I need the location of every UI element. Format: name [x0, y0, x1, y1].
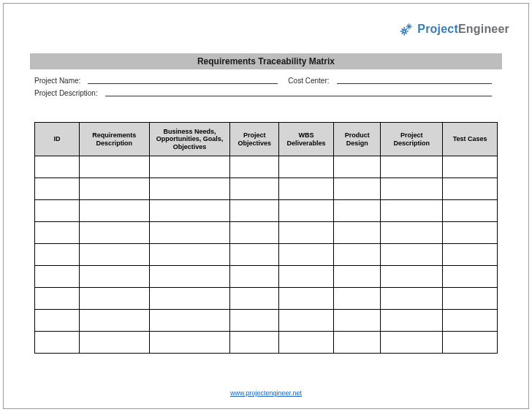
table-cell[interactable] [279, 266, 334, 288]
table-cell[interactable] [79, 266, 149, 288]
table-cell[interactable] [443, 266, 498, 288]
table-cell[interactable] [333, 200, 381, 222]
table-cell[interactable] [79, 200, 149, 222]
table-cell[interactable] [381, 222, 443, 244]
table-cell[interactable] [279, 178, 334, 200]
traceability-matrix-table: ID Requirements Description Business Nee… [34, 122, 498, 354]
meta-section: Project Name: Cost Center: Project Descr… [34, 77, 498, 102]
table-cell[interactable] [443, 156, 498, 178]
table-cell[interactable] [230, 178, 279, 200]
table-cell[interactable] [381, 288, 443, 310]
table-cell[interactable] [279, 222, 334, 244]
table-cell[interactable] [443, 310, 498, 332]
table-cell[interactable] [333, 156, 381, 178]
table-cell[interactable] [35, 244, 80, 266]
table-cell[interactable] [443, 244, 498, 266]
footer: www.projectengineer.net [4, 389, 528, 397]
col-header-wbs-deliverables: WBS Deliverables [279, 123, 334, 156]
table-cell[interactable] [333, 222, 381, 244]
table-cell[interactable] [79, 178, 149, 200]
table-cell[interactable] [381, 266, 443, 288]
footer-link[interactable]: www.projectengineer.net [230, 389, 302, 397]
table-cell[interactable] [230, 156, 279, 178]
table-cell[interactable] [79, 222, 149, 244]
table-cell[interactable] [279, 156, 334, 178]
table-cell[interactable] [333, 332, 381, 354]
table-cell[interactable] [230, 266, 279, 288]
table-cell[interactable] [79, 156, 149, 178]
table-cell[interactable] [35, 178, 80, 200]
table-row [35, 288, 498, 310]
col-header-business-needs: Business Needs, Opportunities, Goals, Ob… [149, 123, 229, 156]
table-cell[interactable] [79, 310, 149, 332]
project-description-label: Project Description: [34, 89, 98, 97]
table-cell[interactable] [230, 200, 279, 222]
table-cell[interactable] [149, 266, 229, 288]
project-name-field[interactable] [88, 77, 278, 84]
table-cell[interactable] [149, 310, 229, 332]
table-cell[interactable] [279, 200, 334, 222]
table-cell[interactable] [230, 222, 279, 244]
table-cell[interactable] [333, 288, 381, 310]
table-cell[interactable] [149, 156, 229, 178]
table-row [35, 266, 498, 288]
table-row [35, 332, 498, 354]
table-cell[interactable] [149, 244, 229, 266]
table-header: ID Requirements Description Business Nee… [35, 123, 498, 156]
table-cell[interactable] [149, 178, 229, 200]
cost-center-field[interactable] [337, 77, 493, 84]
table-cell[interactable] [381, 156, 443, 178]
meta-row-2: Project Description: [34, 89, 498, 97]
table-cell[interactable] [35, 222, 80, 244]
table-cell[interactable] [35, 200, 80, 222]
table-cell[interactable] [279, 332, 334, 354]
svg-rect-12 [407, 31, 409, 32]
svg-rect-3 [411, 26, 412, 27]
project-description-field[interactable] [105, 89, 492, 96]
table-cell[interactable] [230, 244, 279, 266]
table-cell[interactable] [35, 156, 80, 178]
gear-icon [398, 21, 414, 37]
table-cell[interactable] [35, 266, 80, 288]
table-cell[interactable] [79, 244, 149, 266]
table-cell[interactable] [381, 200, 443, 222]
table-cell[interactable] [381, 244, 443, 266]
table-cell[interactable] [279, 244, 334, 266]
table-cell[interactable] [149, 288, 229, 310]
table-cell[interactable] [230, 288, 279, 310]
table-cell[interactable] [381, 332, 443, 354]
brand-text: ProjectEngineer [417, 23, 509, 36]
table-cell[interactable] [279, 288, 334, 310]
table-cell[interactable] [35, 288, 80, 310]
table-cell[interactable] [35, 310, 80, 332]
table-cell[interactable] [333, 178, 381, 200]
table-cell[interactable] [230, 310, 279, 332]
table-cell[interactable] [443, 332, 498, 354]
table-row [35, 178, 498, 200]
page-title: Requirements Traceability Matrix [30, 53, 502, 69]
table-cell[interactable] [443, 288, 498, 310]
document-page: ProjectEngineer Requirements Traceabilit… [3, 3, 529, 409]
table-cell[interactable] [333, 266, 381, 288]
table-cell[interactable] [279, 310, 334, 332]
table-cell[interactable] [381, 310, 443, 332]
table-cell[interactable] [333, 310, 381, 332]
svg-rect-4 [406, 26, 408, 27]
table-cell[interactable] [149, 222, 229, 244]
table-cell[interactable] [149, 332, 229, 354]
table-cell[interactable] [79, 288, 149, 310]
table-cell[interactable] [149, 200, 229, 222]
table-cell[interactable] [230, 332, 279, 354]
table-body [35, 156, 498, 354]
table-cell[interactable] [443, 222, 498, 244]
table-cell[interactable] [443, 200, 498, 222]
col-header-project-description: Project Description [381, 123, 443, 156]
table-row [35, 222, 498, 244]
table-cell[interactable] [79, 332, 149, 354]
table-cell[interactable] [443, 178, 498, 200]
svg-rect-1 [408, 23, 409, 25]
table-cell[interactable] [35, 332, 80, 354]
svg-rect-13 [400, 31, 403, 32]
table-cell[interactable] [381, 178, 443, 200]
table-cell[interactable] [333, 244, 381, 266]
